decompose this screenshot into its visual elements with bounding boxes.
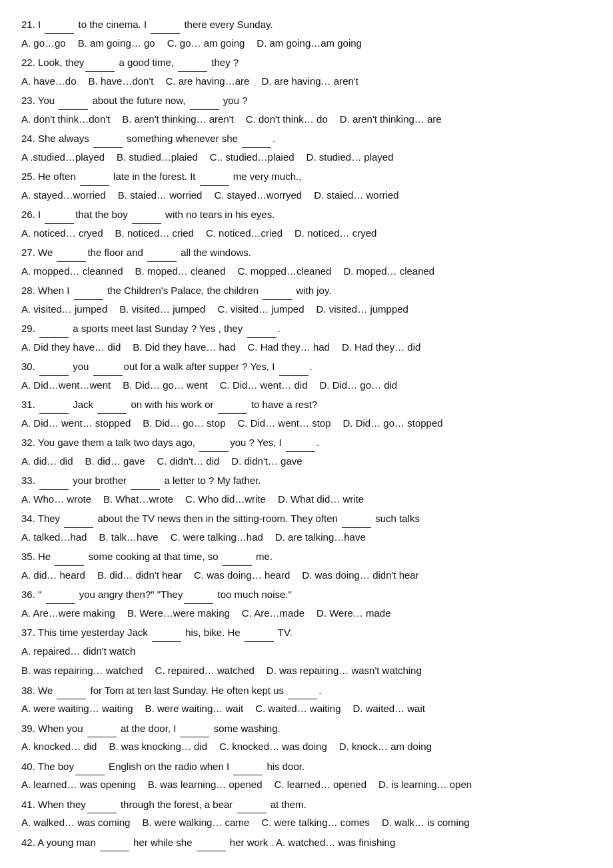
- option: C. stayed…worryed: [214, 187, 302, 204]
- question-text-q29: 29. a sports meet last Sunday ? Yes , th…: [21, 320, 592, 338]
- option: B. noticed… cried: [115, 225, 194, 242]
- option: B. have…don't: [89, 73, 154, 90]
- option: D. was repairing… wasn't watching: [267, 662, 422, 679]
- question-text-q32: 32. You gave them a talk two days ago, y…: [21, 434, 592, 452]
- option: D. What did… write: [278, 491, 364, 508]
- option: A. repaired… didn't watch: [21, 643, 135, 660]
- quiz-content: 21. I to the cinema. I there every Sunda…: [21, 16, 592, 851]
- question-q27: 27. We the floor and all the windows.A. …: [21, 244, 592, 279]
- option: B. were waiting… wait: [145, 700, 244, 717]
- question-text-q21: 21. I to the cinema. I there every Sunda…: [21, 16, 592, 34]
- option: D. was doing… didn't hear: [302, 567, 418, 584]
- option: B. Did… go… went: [123, 377, 208, 394]
- option: A. visited… jumped: [21, 301, 107, 318]
- question-q42: 42. A young man her while she her work .…: [21, 834, 592, 852]
- question-q24: 24. She always something whenever she .A…: [21, 130, 592, 165]
- options-row-q40: A. learned… was openingB. was learning… …: [21, 776, 592, 793]
- question-q28: 28. When I the Children's Palace, the ch…: [21, 282, 592, 317]
- option: D. knock… am doing: [339, 738, 432, 755]
- option: A. Are…were making: [21, 605, 115, 622]
- question-q40: 40. The boy English on the radio when I …: [21, 758, 592, 793]
- question-q37: 37. This time yesterday Jack his, bike. …: [21, 624, 592, 679]
- option: B. visited… jumped: [119, 301, 205, 318]
- option: D. didn't… gave: [231, 453, 302, 470]
- options-row-q39: A. knocked… didB. was knocking… didC. kn…: [21, 738, 592, 755]
- question-q35: 35. He some cooking at that time, so me.…: [21, 548, 592, 583]
- option: A. Who… wrote: [21, 491, 91, 508]
- question-text-q34: 34. They about the TV news then in the s…: [21, 510, 592, 528]
- options-row-q32: A. did… didB. did… gaveC. didn't… didD. …: [21, 453, 592, 470]
- option: C. knocked… was doing: [219, 738, 327, 755]
- option: A. noticed… cryed: [21, 225, 103, 242]
- option: A .studied…played: [21, 149, 105, 166]
- options-row-q26: A. noticed… cryedB. noticed… criedC. not…: [21, 225, 592, 242]
- question-text-q26: 26. I that the boy with no tears in his …: [21, 206, 592, 224]
- option: D. am going…am going: [257, 35, 362, 52]
- option: C. are having…are: [166, 73, 250, 90]
- option: B. were walking… came: [142, 814, 249, 831]
- option: C. were talking…had: [171, 529, 263, 546]
- question-q41: 41. When they through the forest, a bear…: [21, 796, 592, 831]
- question-q31: 31. Jack on with his work or to have a r…: [21, 396, 592, 431]
- question-text-q23: 23. You about the future now, you ?: [21, 92, 592, 110]
- option: B. talk…have: [99, 529, 158, 546]
- option: D. studied… played: [306, 149, 394, 166]
- option: A. walked… was coming: [21, 814, 130, 831]
- option: D. are having… aren't: [261, 73, 358, 90]
- option: B. Did they have… had: [133, 339, 235, 356]
- option: A. go…go: [21, 35, 66, 52]
- options-row-q33: A. Who… wroteB. What…wroteC. Who did…wri…: [21, 491, 592, 508]
- question-q22: 22. Look, they a good time, they ?A. hav…: [21, 54, 592, 89]
- question-text-q35: 35. He some cooking at that time, so me.: [21, 548, 592, 566]
- option: C. Did… went… did: [220, 377, 308, 394]
- question-q38: 38. We for Tom at ten last Sunday. He of…: [21, 682, 592, 717]
- option: A. Did they have… did: [21, 339, 121, 356]
- option: A. mopped… cleanned: [21, 263, 123, 280]
- option: B. was knocking… did: [109, 738, 207, 755]
- option: A. were waiting… waiting: [21, 700, 133, 717]
- option: B. was repairing… watched: [21, 662, 143, 679]
- option: A. did… heard: [21, 567, 85, 584]
- question-q30: 30. you out for a walk after supper ? Ye…: [21, 358, 592, 393]
- option: C. Who did…write: [185, 491, 266, 508]
- option: B. aren't thinking… aren't: [122, 111, 233, 128]
- option: B. did… didn't hear: [97, 567, 182, 584]
- option: B. Did… go… stop: [143, 415, 225, 432]
- options-row-q29: A. Did they have… didB. Did they have… h…: [21, 339, 592, 356]
- option: C. Did… went… stop: [237, 415, 330, 432]
- question-q25: 25. He often late in the forest. It me v…: [21, 168, 592, 203]
- option: A. Did…went…went: [21, 377, 111, 394]
- options-row-q36: A. Are…were makingB. Were…were makingC. …: [21, 605, 592, 622]
- option: D. visited… jumpped: [316, 301, 408, 318]
- option: A. knocked… did: [21, 738, 97, 755]
- option: A. talked…had: [21, 529, 87, 546]
- question-q29: 29. a sports meet last Sunday ? Yes , th…: [21, 320, 592, 355]
- option: A. did… did: [21, 453, 73, 470]
- question-text-q31: 31. Jack on with his work or to have a r…: [21, 396, 592, 414]
- options-row-q25: A. stayed…worriedB. staied… worriedC. st…: [21, 187, 592, 204]
- question-q36: 36. " you angry then?" "They too much no…: [21, 586, 592, 621]
- question-text-q24: 24. She always something whenever she .: [21, 130, 592, 148]
- question-text-q28: 28. When I the Children's Palace, the ch…: [21, 282, 592, 300]
- options-row-q21: A. go…goB. am going… goC. go… am goingD.…: [21, 35, 592, 52]
- option: C. visited… jumped: [217, 301, 304, 318]
- option: C. mopped…cleaned: [238, 263, 332, 280]
- question-text-q38: 38. We for Tom at ten last Sunday. He of…: [21, 682, 592, 700]
- option: D. moped… cleaned: [343, 263, 434, 280]
- options-row-q28: A. visited… jumpedB. visited… jumpedC. v…: [21, 301, 592, 318]
- option: A. learned… was opening: [21, 776, 136, 793]
- options-row-q41: A. walked… was comingB. were walking… ca…: [21, 814, 592, 831]
- options-row-q37-2: B. was repairing… watchedC. repaired… wa…: [21, 662, 592, 679]
- option: C. learned… opened: [275, 776, 366, 793]
- question-text-q36: 36. " you angry then?" "They too much no…: [21, 586, 592, 604]
- question-q26: 26. I that the boy with no tears in his …: [21, 206, 592, 241]
- option: B. was learning… opened: [148, 776, 263, 793]
- options-row-q23: A. don't think…don'tB. aren't thinking… …: [21, 111, 592, 128]
- question-text-q39: 39. When you at the door, I some washing…: [21, 720, 592, 738]
- option: C. waited… waiting: [255, 700, 340, 717]
- option: B. am going… go: [78, 35, 155, 52]
- option: A. stayed…worried: [21, 187, 106, 204]
- options-row-q37-1: A. repaired… didn't watch: [21, 643, 592, 660]
- question-q33: 33. your brother a letter to ? My father…: [21, 472, 592, 507]
- question-text-q27: 27. We the floor and all the windows.: [21, 244, 592, 262]
